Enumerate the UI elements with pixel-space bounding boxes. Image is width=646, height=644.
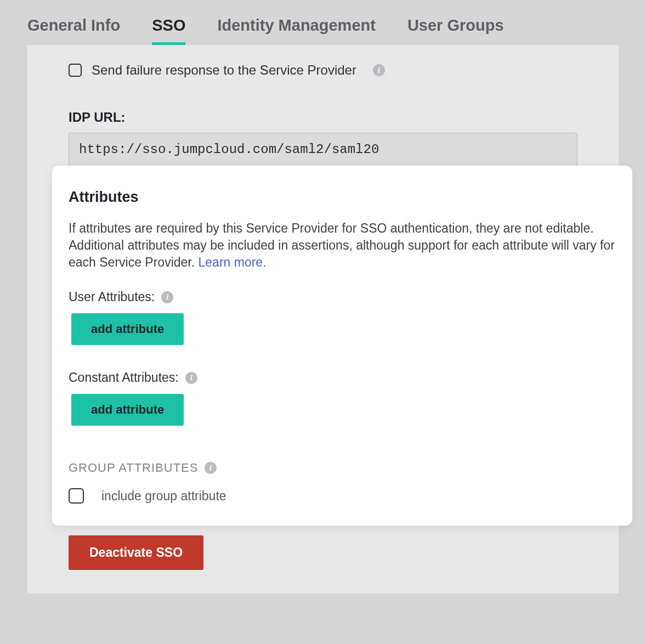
attributes-description-text: If attributes are required by this Servi…	[69, 221, 615, 269]
sso-panel: Send failure response to the Service Pro…	[27, 45, 619, 594]
deactivate-sso-button[interactable]: Deactivate SSO	[69, 535, 203, 570]
idp-url-input[interactable]	[69, 133, 577, 166]
group-attributes-heading: GROUP ATTRIBUTES i	[69, 461, 616, 475]
failure-response-checkbox[interactable]	[69, 64, 82, 77]
add-user-attribute-button[interactable]: add attribute	[71, 313, 184, 345]
user-attributes-label: User Attributes: i	[69, 290, 616, 304]
include-group-label: include group attribute	[101, 489, 226, 504]
failure-response-label: Send failure response to the Service Pro…	[92, 63, 356, 78]
info-icon[interactable]: i	[373, 64, 385, 76]
tab-user-groups[interactable]: User Groups	[407, 16, 504, 45]
add-constant-attribute-button[interactable]: add attribute	[71, 394, 184, 426]
tab-general-info[interactable]: General Info	[27, 16, 120, 45]
include-group-row: include group attribute	[69, 488, 616, 504]
learn-more-link[interactable]: Learn more.	[199, 255, 267, 269]
info-icon[interactable]: i	[161, 291, 173, 303]
user-attributes-label-text: User Attributes:	[69, 290, 155, 304]
constant-attributes-label-text: Constant Attributes:	[69, 370, 179, 385]
tab-bar: General Info SSO Identity Management Use…	[0, 0, 646, 45]
idp-url-label: IDP URL:	[69, 110, 577, 125]
attributes-card: Attributes If attributes are required by…	[52, 166, 632, 526]
tab-identity-management[interactable]: Identity Management	[217, 16, 375, 45]
tab-sso[interactable]: SSO	[152, 16, 185, 45]
failure-response-row: Send failure response to the Service Pro…	[69, 63, 577, 78]
attributes-description: If attributes are required by this Servi…	[69, 220, 616, 271]
constant-attributes-label: Constant Attributes: i	[69, 370, 616, 385]
group-attributes-heading-text: GROUP ATTRIBUTES	[69, 461, 198, 475]
include-group-checkbox[interactable]	[69, 488, 84, 504]
info-icon[interactable]: i	[205, 462, 217, 474]
attributes-heading: Attributes	[69, 189, 616, 206]
info-icon[interactable]: i	[185, 372, 197, 384]
